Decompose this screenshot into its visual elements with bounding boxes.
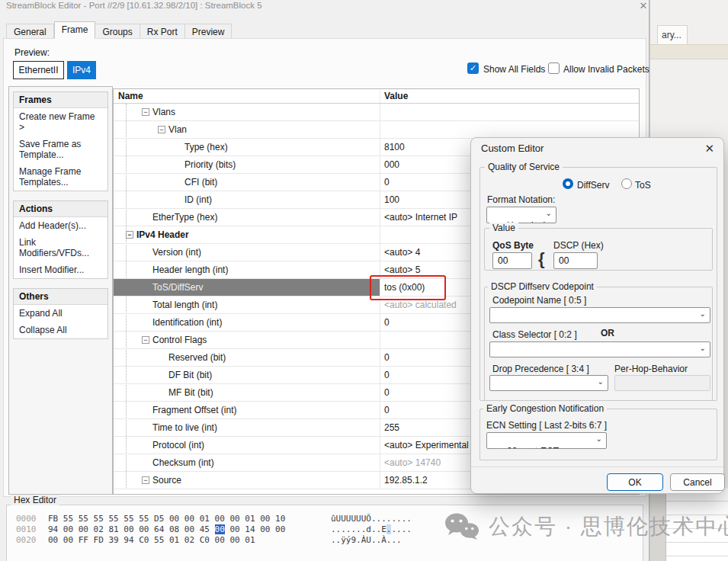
close-icon[interactable]: ✕	[637, 0, 649, 11]
codepoint-name-select[interactable]: default : Best Effort ⌄	[489, 307, 710, 323]
field-name-label: Total length (int)	[152, 300, 217, 310]
ecn-setting-select[interactable]: 00 : not-ECT ⌄	[486, 432, 607, 449]
watermark: 公众号 · 思博伦技术中心	[444, 512, 728, 541]
quality-of-service-label: Quality of Service	[485, 162, 563, 172]
field-name-label: Source	[152, 475, 181, 486]
diffserv-radio-label[interactable]: DiffServ	[577, 180, 609, 191]
field-name: MF Bit (bit)	[114, 384, 380, 401]
chevron-down-icon: ⌄	[598, 377, 604, 386]
field-name: Reserved (bit)	[114, 349, 380, 366]
qos-byte-label: QoS Byte	[492, 240, 534, 251]
field-name-label: EtherType (hex)	[152, 212, 217, 223]
sidebar-item-save-frame-as-template[interactable]: Save Frame as Template...	[14, 136, 107, 163]
tab-groups[interactable]: Groups	[95, 24, 140, 39]
section-header: Frames	[14, 92, 107, 108]
field-name: Time to live (int)	[114, 419, 380, 436]
hex-selected-byte[interactable]: 00	[215, 524, 225, 534]
drop-precedence-value: 0 : Undefined	[510, 389, 564, 391]
ethernet-header-button[interactable]: EthernetII	[13, 61, 64, 79]
field-name-label: MF Bit (bit)	[168, 387, 213, 398]
collapse-icon[interactable]: −	[126, 231, 133, 239]
collapse-icon[interactable]: −	[142, 476, 149, 484]
screen: ary... StreamBlock Editor - Port //2/9 […	[0, 0, 728, 561]
sidebar-section-actions: ActionsAdd Header(s)...Link Modifiers/VF…	[13, 200, 108, 279]
show-all-fields-checkbox[interactable]: ✓	[467, 63, 479, 74]
field-name-label: Fragment Offset (int)	[152, 405, 236, 415]
qos-byte-input[interactable]: 00	[492, 252, 532, 269]
column-header-name[interactable]: Name	[114, 89, 380, 103]
column-header-value[interactable]: Value	[380, 91, 408, 101]
hex-bytes[interactable]: 00 00 FF FD 39 94 C0 55 01 02 C0 00 00 0…	[48, 535, 331, 546]
hex-ascii: ..ÿý9.ÀU..À...	[331, 535, 402, 545]
field-name: Checksum (int)	[114, 454, 380, 471]
tree-row[interactable]: −Vlan	[114, 121, 639, 139]
dscp-hex-label: DSCP (Hex)	[553, 240, 604, 251]
class-selector-select[interactable]: 000000 : default ⌄	[489, 341, 710, 357]
hex-bytes[interactable]: FB 55 55 55 55 55 55 D5 00 00 01 00 00 0…	[48, 514, 331, 524]
hex-offset: 0020	[16, 535, 48, 546]
format-notation-label: Format Notation:	[487, 194, 555, 205]
hex-bytes[interactable]: 94 00 00 02 81 00 00 64 08 00 45 00 00 1…	[48, 524, 331, 535]
field-name-label: ID (int)	[184, 194, 212, 205]
field-name-label: Time to live (int)	[152, 422, 217, 433]
sidebar-item-create-new-frame[interactable]: Create new Frame >	[14, 108, 107, 136]
wechat-icon	[444, 512, 479, 541]
sidebar-section-frames: FramesCreate new Frame >Save Frame as Te…	[13, 91, 108, 191]
chevron-down-icon: ⌄	[596, 434, 602, 443]
sidebar-item-collapse-all[interactable]: Collapse All	[14, 322, 107, 338]
allow-invalid-packets-label: Allow Invalid Packets	[563, 64, 649, 75]
chevron-down-icon: ⌄	[700, 309, 706, 318]
field-name: Priority (bits)	[114, 156, 380, 173]
dialog-footer-divider	[471, 466, 723, 467]
tos-radio-label[interactable]: ToS	[635, 180, 651, 191]
sidebar-item-link-modifiers-vfds[interactable]: Link Modifiers/VFDs...	[14, 234, 107, 261]
field-value[interactable]	[380, 121, 639, 138]
sidebar: FramesCreate new Frame >Save Frame as Te…	[8, 86, 113, 495]
tab-general[interactable]: General	[6, 24, 54, 39]
ecn-setting-value: 00 : not-ECT	[507, 446, 559, 449]
sidebar-item-expand-all[interactable]: Expand All	[14, 305, 107, 322]
tree-row[interactable]: −Vlans	[114, 104, 639, 121]
allow-invalid-packets-checkbox[interactable]	[548, 63, 560, 74]
field-name: Identification (int)	[114, 314, 380, 331]
field-name: −Vlans	[114, 104, 380, 120]
field-name: −IPv4 Header	[114, 226, 380, 243]
sidebar-item-add-header-s[interactable]: Add Header(s)...	[14, 217, 107, 234]
tos-radio[interactable]	[621, 178, 632, 189]
ecn-setting-label: ECN Setting [ Last 2-bits 6:7 ]	[486, 420, 607, 431]
tab-preview[interactable]: Preview	[185, 24, 233, 39]
sidebar-section-others: OthersExpand AllCollapse All	[13, 288, 108, 339]
tab-frame[interactable]: Frame	[54, 21, 96, 39]
field-name: Total length (int)	[114, 297, 380, 313]
field-name-label: ToS/DiffServ	[152, 282, 203, 293]
ok-button[interactable]: OK	[607, 473, 663, 491]
custom-editor-dialog: Custom Editor ✕ Quality of Service DiffS…	[470, 137, 724, 494]
format-notation-select[interactable]: Hexadecimal ⌄	[486, 207, 556, 223]
field-name-label: Vlans	[152, 107, 175, 117]
dialog-title: Custom Editor	[481, 143, 544, 154]
tab-rx-port[interactable]: Rx Port	[140, 24, 185, 39]
field-name: Version (int)	[114, 244, 380, 261]
collapse-icon[interactable]: −	[158, 126, 165, 133]
background-tab[interactable]: ary...	[657, 25, 688, 44]
ecn-group-label: Early Congestion Notification	[483, 403, 607, 414]
collapse-icon[interactable]: −	[142, 336, 149, 344]
field-name-label: Control Flags	[152, 335, 207, 345]
ipv4-header-button[interactable]: IPv4	[67, 61, 96, 79]
preview-label: Preview:	[14, 47, 50, 58]
sidebar-item-manage-frame-templates[interactable]: Manage Frame Templates...	[14, 163, 107, 191]
field-name-label: Reserved (bit)	[168, 352, 226, 363]
sidebar-item-insert-modifier[interactable]: Insert Modifier...	[14, 261, 107, 278]
section-header: Actions	[14, 201, 107, 217]
collapse-icon[interactable]: −	[142, 108, 149, 116]
brace-glyph: {	[538, 249, 545, 269]
cancel-button[interactable]: Cancel	[670, 473, 725, 491]
field-name: Fragment Offset (int)	[114, 402, 380, 418]
dialog-close-icon[interactable]: ✕	[704, 142, 714, 155]
diffserv-radio[interactable]	[563, 178, 573, 189]
field-name: ID (int)	[114, 191, 380, 208]
hex-offset: 0010	[16, 524, 48, 535]
dscp-hex-input[interactable]: 00	[553, 252, 598, 269]
drop-precedence-select[interactable]: 0 : Undefined ⌄	[489, 375, 608, 391]
field-value[interactable]	[380, 104, 639, 120]
